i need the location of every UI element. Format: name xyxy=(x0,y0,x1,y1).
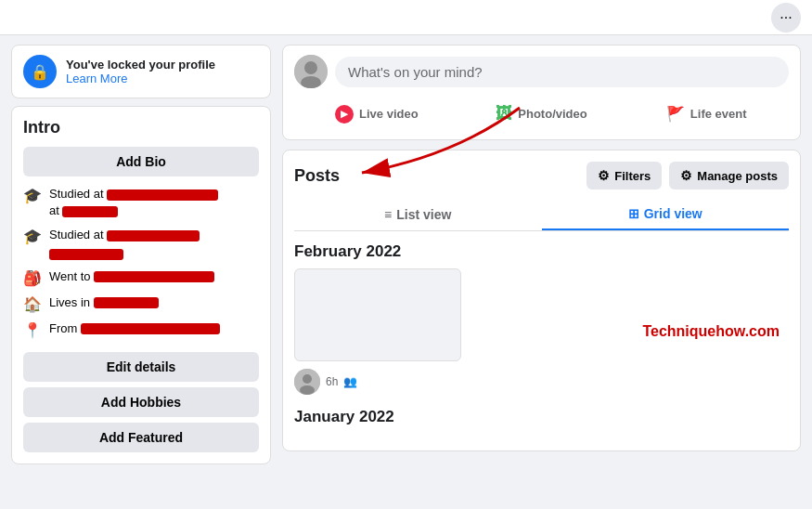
add-featured-button[interactable]: Add Featured xyxy=(23,423,259,452)
edit-details-button[interactable]: Edit details xyxy=(23,352,259,382)
february-2022-section: February 2022 6h 👥 xyxy=(294,242,789,395)
locked-title: You've locked your profile xyxy=(66,58,215,72)
svg-point-4 xyxy=(303,374,312,384)
posts-title: Posts xyxy=(294,166,340,186)
left-sidebar: 🔒 You've locked your profile Learn More … xyxy=(11,45,271,464)
whats-on-mind-input[interactable]: What's on your mind? xyxy=(335,57,789,87)
january-2022-section: January 2022 xyxy=(294,408,789,426)
photo-video-icon: 🖼 xyxy=(496,104,512,124)
graduation-icon-2: 🎓 xyxy=(23,228,42,245)
post-time: 6h xyxy=(326,375,338,388)
intro-text-lives: Lives in xyxy=(49,294,159,311)
posts-header: Posts ⚙ Filters ⚙ Manage posts xyxy=(294,162,789,189)
three-dots-icon: ··· xyxy=(780,9,792,26)
intro-item-lives: 🏠 Lives in xyxy=(23,294,259,313)
photo-video-label: Photo/video xyxy=(518,107,586,121)
intro-section: Intro Add Bio 🎓 Studied at at 🎓 Stu xyxy=(11,106,271,464)
photo-video-action[interactable]: 🖼 Photo/video xyxy=(459,98,625,130)
posts-header-actions: ⚙ Filters ⚙ Manage posts xyxy=(586,162,789,189)
create-post-actions: ▶ Live video 🖼 Photo/video 🚩 Life event xyxy=(294,98,789,130)
manage-posts-button[interactable]: ⚙ Manage posts xyxy=(669,162,789,189)
locked-profile-card: 🔒 You've locked your profile Learn More xyxy=(11,45,271,98)
post-avatar xyxy=(294,369,320,395)
svg-point-1 xyxy=(304,61,317,74)
create-post-card: What's on your mind? ▶ Live video 🖼 Phot… xyxy=(282,45,801,140)
manage-posts-label: Manage posts xyxy=(697,169,778,183)
right-content: What's on your mind? ▶ Live video 🖼 Phot… xyxy=(282,45,801,464)
view-tabs: ≡ List view ⊞ Grid view xyxy=(294,199,789,231)
svg-point-5 xyxy=(300,385,315,395)
live-video-label: Live video xyxy=(359,107,419,121)
watermark: Techniquehow.com xyxy=(642,323,780,340)
add-bio-button[interactable]: Add Bio xyxy=(23,147,259,176)
school-icon: 🎒 xyxy=(23,269,42,287)
add-hobbies-button[interactable]: Add Hobbies xyxy=(23,387,259,417)
grid-view-icon: ⊞ xyxy=(628,206,639,221)
post-meta: 6h 👥 xyxy=(294,369,789,395)
locked-text-block: You've locked your profile Learn More xyxy=(66,58,215,85)
intro-text-study2: Studied at xyxy=(49,227,200,260)
create-post-top: What's on your mind? xyxy=(294,55,789,88)
list-view-label: List view xyxy=(396,207,451,222)
intro-text-from: From xyxy=(49,320,220,337)
location-icon: 📍 xyxy=(23,321,42,339)
manage-posts-icon: ⚙ xyxy=(680,168,692,183)
intro-item-from: 📍 From xyxy=(23,320,259,339)
grid-view-label: Grid view xyxy=(644,206,702,221)
post-preview-box xyxy=(294,268,461,361)
january-2022-label: January 2022 xyxy=(294,408,789,426)
graduation-icon-1: 🎓 xyxy=(23,187,42,204)
intro-item-study1: 🎓 Studied at at xyxy=(23,186,259,219)
life-event-label: Life event xyxy=(690,107,747,121)
intro-item-school: 🎒 Went to xyxy=(23,268,259,287)
learn-more-link[interactable]: Learn More xyxy=(66,72,215,85)
intro-text-school: Went to xyxy=(49,268,214,285)
list-view-tab[interactable]: ≡ List view xyxy=(294,199,542,230)
life-event-icon: 🚩 xyxy=(666,105,685,123)
main-content-area: 🔒 You've locked your profile Learn More … xyxy=(0,35,812,474)
home-icon: 🏠 xyxy=(23,295,42,313)
intro-text-study1: Studied at at xyxy=(49,186,218,219)
more-options-button[interactable]: ··· xyxy=(771,3,801,33)
friends-icon: 👥 xyxy=(343,375,357,388)
filters-icon: ⚙ xyxy=(598,168,610,183)
lock-avatar: 🔒 xyxy=(23,55,57,88)
grid-view-tab[interactable]: ⊞ Grid view xyxy=(542,199,790,230)
user-avatar xyxy=(294,55,328,88)
intro-item-study2: 🎓 Studied at xyxy=(23,227,259,260)
february-2022-label: February 2022 xyxy=(294,242,789,261)
live-video-action[interactable]: ▶ Live video xyxy=(294,98,459,130)
list-view-icon: ≡ xyxy=(384,207,392,222)
filters-label: Filters xyxy=(614,169,651,183)
intro-title: Intro xyxy=(23,118,259,137)
posts-card: Posts ⚙ Filters ⚙ Manage posts xyxy=(282,150,801,451)
top-navigation-bar: ··· xyxy=(0,0,812,35)
live-video-icon: ▶ xyxy=(335,105,354,124)
life-event-action[interactable]: 🚩 Life event xyxy=(624,98,789,130)
filters-button[interactable]: ⚙ Filters xyxy=(586,162,662,189)
